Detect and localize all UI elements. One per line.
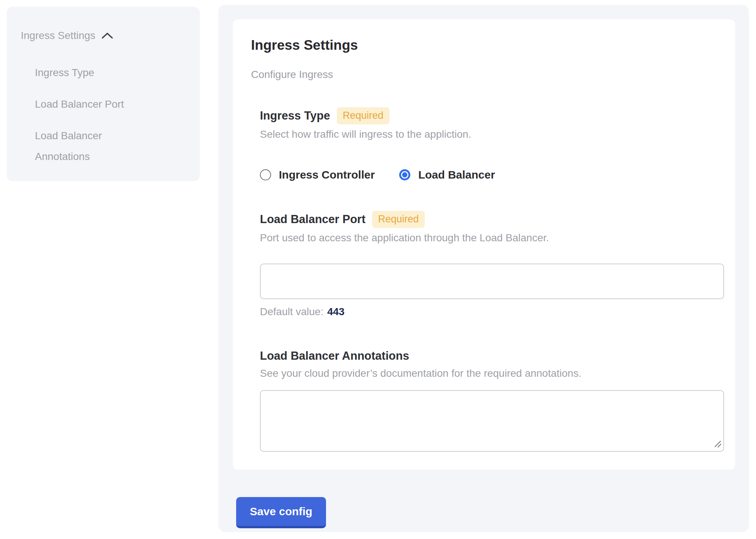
sidebar-item-list: Ingress Type Load Balancer Port Load Bal…	[35, 62, 185, 167]
load-balancer-option[interactable]: Load Balancer	[399, 169, 495, 181]
sidebar-group-label: Ingress Settings	[21, 29, 95, 42]
save-config-button-label: Save config	[250, 505, 312, 518]
required-badge: Required	[372, 211, 425, 228]
ingress-type-description: Select how traffic will ingress to the a…	[260, 127, 724, 141]
sidebar-group-ingress-settings[interactable]: Ingress Settings	[21, 29, 185, 42]
ingress-controller-option[interactable]: Ingress Controller	[260, 169, 375, 181]
field-ingress-type: Ingress Type Required Select how traffic…	[260, 107, 724, 182]
default-value-label: Default value:	[260, 306, 323, 317]
required-badge: Required	[337, 107, 390, 124]
sidebar-item-ingress-type[interactable]: Ingress Type	[35, 62, 146, 83]
load-balancer-port-description: Port used to access the application thro…	[260, 231, 724, 245]
resize-handle-icon[interactable]	[713, 440, 722, 450]
load-balancer-annotations-textarea[interactable]	[260, 390, 724, 452]
load-balancer-radio[interactable]	[399, 169, 410, 180]
page-title: Ingress Settings	[251, 37, 724, 53]
ingress-type-label: Ingress Type	[260, 108, 330, 123]
field-load-balancer-port: Load Balancer Port Required Port used to…	[260, 211, 724, 319]
load-balancer-port-input[interactable]	[260, 264, 724, 299]
settings-sidebar: Ingress Settings Ingress Type Load Balan…	[7, 7, 200, 181]
load-balancer-annotations-textarea-wrap	[260, 390, 724, 452]
load-balancer-port-label: Load Balancer Port	[260, 212, 365, 227]
form-sections: Ingress Type Required Select how traffic…	[260, 107, 724, 452]
ingress-type-radio-group: Ingress Controller Load Balancer	[260, 167, 724, 182]
ingress-type-label-row: Ingress Type Required	[260, 107, 724, 124]
page-subtitle: Configure Ingress	[251, 68, 724, 81]
default-value-row: Default value:443	[260, 305, 724, 319]
chevron-up-icon	[101, 32, 113, 40]
field-load-balancer-annotations: Load Balancer Annotations See your cloud…	[260, 349, 724, 452]
save-config-button[interactable]: Save config	[236, 497, 326, 528]
ingress-settings-card: Ingress Settings Configure Ingress Ingre…	[233, 19, 735, 470]
load-balancer-radio-label[interactable]: Load Balancer	[418, 169, 495, 181]
load-balancer-annotations-label: Load Balancer Annotations	[260, 349, 409, 363]
ingress-settings-panel: Ingress Settings Configure Ingress Ingre…	[218, 5, 749, 532]
ingress-controller-radio[interactable]	[260, 169, 271, 180]
sidebar-item-load-balancer-annotations[interactable]: Load Balancer Annotations	[35, 125, 146, 167]
default-value: 443	[327, 306, 345, 317]
load-balancer-annotations-label-row: Load Balancer Annotations	[260, 349, 724, 363]
load-balancer-port-label-row: Load Balancer Port Required	[260, 211, 724, 228]
load-balancer-annotations-description: See your cloud provider’s documentation …	[260, 366, 724, 380]
sidebar-item-load-balancer-port[interactable]: Load Balancer Port	[35, 94, 146, 115]
ingress-controller-radio-label[interactable]: Ingress Controller	[279, 169, 375, 181]
